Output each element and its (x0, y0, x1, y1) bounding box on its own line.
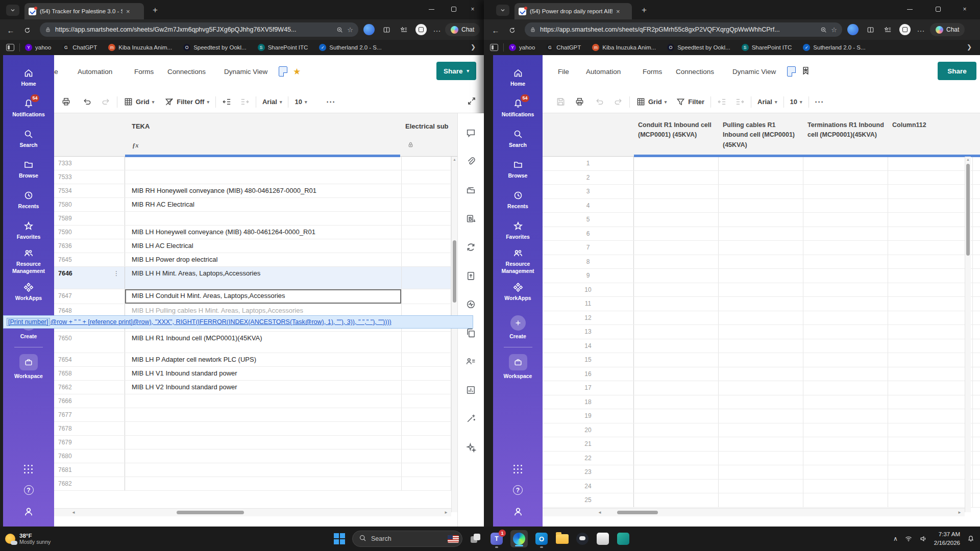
profile-icon[interactable] (512, 506, 524, 517)
menu-dynamic-view[interactable]: Dynamic View (224, 68, 267, 76)
browser-tab[interactable]: (54) Power drop daily report AIB - × (514, 3, 632, 19)
view-grid-dropdown[interactable]: Grid▾ (124, 97, 154, 107)
cell-teka[interactable] (125, 408, 402, 421)
table-row[interactable]: 12 (543, 311, 980, 325)
cell[interactable] (803, 283, 888, 297)
sidebar-item-recents[interactable]: Recents (3, 185, 54, 215)
table-row[interactable]: 7590 MIB LH Honeywell conveyance (MIB) 4… (54, 226, 484, 239)
cell-teka[interactable] (125, 477, 402, 490)
cell[interactable] (719, 171, 803, 185)
row-number[interactable]: 4 (543, 199, 634, 213)
table-row[interactable]: 2 (543, 171, 980, 185)
table-row[interactable]: 19 (543, 409, 980, 423)
redo-button[interactable] (614, 97, 623, 107)
row-number[interactable]: 24 (543, 480, 634, 493)
view-grid-dropdown[interactable]: Grid▾ (636, 97, 667, 107)
cell-electrical-sub[interactable] (402, 184, 451, 197)
cell-teka[interactable] (125, 422, 402, 435)
cell-electrical-sub[interactable] (402, 226, 451, 239)
indent-button[interactable] (735, 97, 745, 107)
favorites-list-icon[interactable] (882, 24, 893, 35)
table-row[interactable]: 1 (543, 157, 980, 171)
cell[interactable] (634, 437, 719, 451)
bookmark-item[interactable]: G ChatGPT (546, 44, 581, 51)
outdent-button[interactable] (717, 97, 727, 107)
menu-connections[interactable]: Connections (676, 68, 714, 76)
cell[interactable] (719, 493, 803, 507)
file-explorer-icon[interactable] (555, 532, 569, 545)
cell[interactable] (634, 241, 719, 255)
font-size-dropdown[interactable]: 10▾ (295, 98, 307, 106)
sidebar-toggle-icon[interactable] (6, 44, 14, 51)
column-header[interactable]: Column112 (892, 120, 969, 130)
cell-electrical-sub[interactable] (402, 477, 451, 490)
table-row[interactable]: 22 (543, 452, 980, 466)
undo-button[interactable] (82, 97, 92, 107)
sidebar-item-favorites[interactable]: Favorites (493, 215, 543, 246)
cell[interactable] (719, 452, 803, 465)
baseline-icon[interactable] (465, 213, 476, 226)
cell[interactable] (634, 465, 719, 479)
cell-electrical-sub[interactable] (402, 394, 451, 408)
sidebar-item-notifications[interactable]: Notifications 54 (493, 93, 543, 123)
cell[interactable] (888, 241, 973, 255)
sidebar-item-home[interactable]: Home (493, 62, 543, 93)
outdent-button[interactable] (222, 97, 232, 107)
sidebar-item-search[interactable]: Search (493, 123, 543, 154)
cell-electrical-sub[interactable] (402, 436, 451, 449)
row-number[interactable]: 14 (543, 339, 634, 353)
cell[interactable] (888, 325, 973, 339)
cell[interactable] (803, 493, 888, 507)
table-row[interactable]: 7678 (54, 422, 484, 436)
cell[interactable] (634, 157, 719, 170)
table-row[interactable]: 9 (543, 269, 980, 283)
teal-app-icon[interactable] (617, 532, 630, 545)
start-button[interactable] (334, 533, 345, 544)
cell[interactable] (803, 199, 888, 213)
cell[interactable] (888, 157, 973, 170)
table-row[interactable]: 14 (543, 339, 980, 354)
split-screen-icon[interactable] (381, 24, 392, 35)
cell[interactable] (803, 297, 888, 311)
sidebar-item-notifications[interactable]: Notifications 54 (3, 93, 54, 123)
cell[interactable] (719, 409, 803, 423)
browser-menu-icon[interactable]: ··· (914, 23, 927, 37)
cell-teka[interactable]: MIB LH V1 Inbound standard power (125, 367, 402, 380)
redo-button[interactable] (101, 97, 111, 107)
task-view-button[interactable] (470, 532, 483, 545)
row-number[interactable]: 7 (543, 241, 634, 255)
bookmark-item[interactable]: G ChatGPT (62, 44, 97, 51)
row-number[interactable]: 17 (543, 381, 634, 395)
ai-assistant-icon[interactable] (465, 442, 476, 455)
cell[interactable] (719, 395, 803, 409)
table-row[interactable]: 16 (543, 367, 980, 382)
cell[interactable] (888, 213, 973, 227)
column-header-electrical-sub[interactable]: Electrical sub p (405, 122, 450, 130)
cell[interactable] (888, 493, 973, 507)
bookmark-item[interactable]: ✓ Sutherland 2.0 - S... (319, 44, 381, 51)
cell-teka[interactable]: MIB LH Power drop electrical (125, 253, 402, 266)
cell[interactable] (888, 465, 973, 479)
copy-icon[interactable] (465, 328, 476, 340)
cell[interactable] (888, 409, 973, 423)
cell-teka[interactable] (125, 170, 402, 184)
publish-icon[interactable] (465, 270, 476, 283)
cell[interactable] (803, 423, 888, 437)
cell[interactable] (719, 241, 803, 255)
row-number[interactable]: 16 (543, 367, 634, 381)
cell[interactable] (803, 171, 888, 185)
cell-teka[interactable]: MIB LH Conduit H Mint. Areas, Laptops,Ac… (125, 289, 402, 304)
cell-electrical-sub[interactable] (402, 267, 451, 289)
notifications-bell-icon[interactable] (967, 535, 975, 543)
sidebar-item-recents[interactable]: Recents (493, 185, 543, 215)
table-row[interactable]: 20 (543, 423, 980, 438)
cell-electrical-sub[interactable] (402, 332, 451, 353)
menu-dynamic-view[interactable]: Dynamic View (732, 68, 776, 76)
cell[interactable] (803, 381, 888, 395)
undo-button[interactable] (595, 97, 604, 107)
cell-teka[interactable] (125, 436, 402, 449)
zoom-page-icon[interactable] (336, 27, 343, 33)
sidebar-item-workapps[interactable]: WorkApps (493, 277, 543, 307)
bookmark-item[interactable]: O Speedtest by Ookl... (183, 44, 247, 51)
row-number[interactable]: 25 (543, 493, 634, 507)
